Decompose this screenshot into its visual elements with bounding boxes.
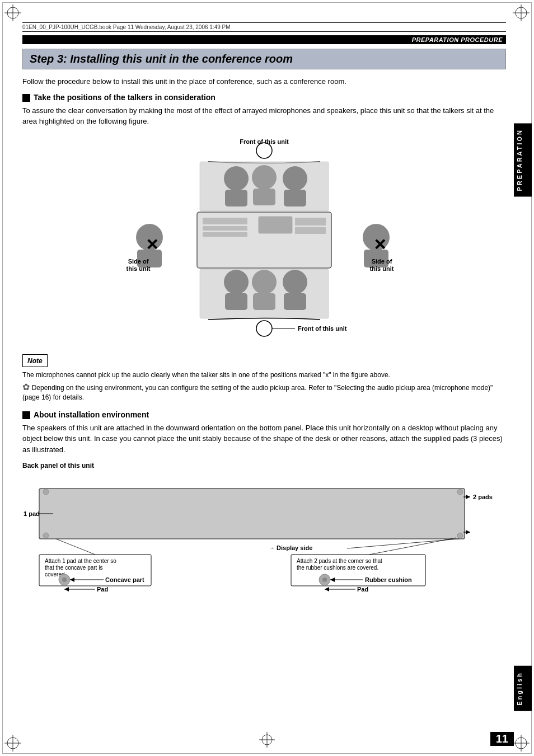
section2-heading-icon: [22, 411, 30, 419]
svg-point-48: [256, 321, 272, 336]
svg-text:1 pad: 1 pad: [24, 510, 40, 517]
svg-rect-20: [203, 232, 247, 237]
note-box: Note: [22, 354, 48, 367]
svg-text:Front of this unit: Front of this unit: [240, 138, 289, 145]
svg-marker-59: [466, 495, 470, 499]
step-title-box: Step 3: Installing this unit in the conf…: [22, 49, 506, 69]
corner-mark-br: [513, 735, 530, 752]
svg-point-32: [224, 270, 249, 294]
section2-heading-container: About installation environment: [22, 410, 506, 419]
section-header: PREPARATION PROCEDURE: [22, 35, 506, 44]
corner-mark-bl: [4, 735, 21, 752]
svg-text:Attach 1 pad at the center so: Attach 1 pad at the center so: [45, 558, 116, 564]
svg-text:the rubber cushions are covere: the rubber cushions are covered.: [297, 565, 378, 571]
svg-point-55: [457, 533, 463, 538]
note-label: Note: [27, 357, 43, 365]
section1-heading-icon: [22, 94, 30, 102]
svg-line-69: [56, 539, 95, 555]
svg-text:Rubber cushion: Rubber cushion: [365, 576, 412, 583]
svg-rect-35: [253, 293, 275, 310]
svg-point-71: [62, 577, 67, 582]
step-title: Step 3: Installing this unit in the conf…: [30, 53, 499, 65]
svg-rect-22: [295, 218, 326, 226]
svg-point-54: [43, 533, 49, 538]
conference-diagram-svg: Front of this unit: [107, 134, 421, 346]
svg-text:Front of this unit: Front of this unit: [298, 325, 347, 332]
bottom-center-mark: [259, 732, 275, 749]
svg-text:Pad: Pad: [97, 586, 108, 593]
note-text: The microphones cannot pick up the audio…: [22, 370, 506, 380]
conference-diagram: Front of this unit: [22, 134, 506, 346]
svg-text:✕: ✕: [146, 236, 158, 253]
tip-container: ✿ Depending on the using environment, yo…: [22, 382, 506, 402]
preparation-tab: PREPARATION: [514, 123, 532, 196]
svg-rect-23: [295, 227, 326, 234]
svg-rect-21: [259, 217, 292, 233]
svg-marker-76: [64, 587, 69, 591]
svg-text:Concave part: Concave part: [105, 576, 144, 583]
svg-rect-19: [203, 226, 247, 231]
install-diagram-svg: 1 pad 2 pads → Display side Attach 1 pad…: [22, 472, 493, 595]
svg-text:Side of: Side of: [372, 258, 392, 265]
back-panel-label: Back panel of this unit: [22, 462, 506, 469]
svg-line-81: [369, 538, 456, 555]
svg-rect-26: [225, 190, 247, 206]
svg-text:this unit: this unit: [127, 265, 151, 272]
tip-text: Depending on the using environment, you …: [22, 384, 493, 401]
svg-rect-51: [39, 489, 465, 539]
svg-text:Side of: Side of: [128, 258, 149, 265]
svg-point-52: [43, 489, 49, 495]
svg-rect-18: [203, 218, 247, 224]
svg-point-16: [256, 143, 272, 158]
section2-body: The speakers of this unit are attached i…: [22, 422, 506, 456]
svg-point-27: [252, 165, 277, 190]
svg-text:→  Display side: → Display side: [269, 544, 312, 551]
svg-rect-37: [284, 293, 306, 310]
install-diagram: Back panel of this unit 1 pad 2 pads: [22, 462, 506, 597]
svg-point-53: [457, 489, 463, 495]
svg-point-83: [322, 577, 327, 582]
svg-text:this unit: this unit: [370, 265, 394, 272]
svg-point-34: [252, 270, 277, 294]
svg-text:Pad: Pad: [357, 586, 368, 593]
svg-text:Attach 2 pads at the corner so: Attach 2 pads at the corner so that: [297, 558, 382, 564]
english-tab: English: [514, 666, 532, 711]
section1-body: To assure the clear conversation by maki…: [22, 105, 506, 127]
svg-rect-33: [225, 293, 247, 310]
intro-text: Follow the procedure below to install th…: [22, 76, 506, 87]
svg-rect-30: [284, 190, 306, 206]
svg-text:✕: ✕: [373, 236, 386, 253]
svg-marker-62: [466, 530, 470, 534]
svg-marker-88: [325, 587, 329, 591]
svg-point-29: [283, 166, 307, 191]
svg-point-25: [224, 166, 249, 191]
svg-rect-28: [253, 189, 275, 205]
file-info: 01EN_00_PJP-100UH_UCGB.book Page 11 Wedn…: [22, 22, 506, 32]
section2-heading: About installation environment: [34, 410, 149, 419]
svg-text:that the concave part is: that the concave part is: [45, 565, 102, 571]
page-number: 11: [490, 732, 514, 746]
tip-icon: ✿: [22, 382, 30, 392]
svg-point-36: [283, 270, 307, 294]
svg-text:2 pads: 2 pads: [473, 494, 493, 500]
section1-heading: Take the positions of the talkers in con…: [34, 93, 216, 102]
corner-mark-tr: [513, 4, 530, 21]
corner-mark-tl: [4, 4, 21, 21]
section1-heading-container: Take the positions of the talkers in con…: [22, 93, 506, 102]
